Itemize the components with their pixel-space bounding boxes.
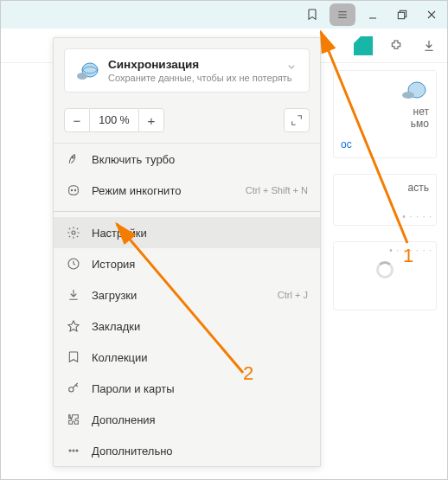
sync-card[interactable]: Синхронизация Сохраните данные, чтобы их… [64,48,310,93]
close-icon[interactable] [419,3,444,27]
menu-passwords[interactable]: Пароли и карты [54,373,320,404]
shortcut-label: Ctrl + Shift + N [246,185,308,195]
hamburger-menu-icon[interactable] [330,3,355,26]
annotation-number-1: 1 [403,245,413,267]
collections-icon [66,349,81,365]
menu-turbo[interactable]: Включить турбо [54,144,320,175]
key-icon [66,381,81,396]
annotation-number-2: 2 [243,362,253,385]
app-tile-icon[interactable] [354,36,373,55]
svg-point-14 [74,189,75,190]
incognito-icon [66,182,81,198]
sync-title: Синхронизация [108,58,291,71]
titlebar [1,1,447,29]
bg-text-3: асть [341,182,429,194]
menu-bookmarks[interactable]: Закладки [54,310,320,342]
history-icon [66,256,81,272]
gear-icon [66,225,81,240]
svg-point-18 [69,387,74,392]
svg-point-19 [69,450,71,451]
svg-point-12 [72,157,74,158]
sync-globe-icon [75,60,99,82]
minimize-icon[interactable] [361,3,385,27]
menu-label: Закладки [92,320,140,333]
svg-point-9 [402,92,414,99]
shortcut-label: Ctrl + J [278,290,308,300]
main-menu: Синхронизация Сохраните данные, чтобы их… [53,37,321,467]
bg-text-1: нет [341,106,429,118]
svg-point-21 [76,450,78,451]
svg-point-15 [72,231,75,234]
menu-label: Дополнительно [92,445,173,458]
menu-incognito[interactable]: Режим инкогнито Ctrl + Shift + N [54,175,320,206]
zoom-controls: − 100 % + [54,103,320,143]
menu-settings[interactable]: Настройки [54,217,320,248]
svg-point-13 [71,189,72,190]
bg-card-3: • · · · · · · [333,241,437,310]
menu-collections[interactable]: Коллекции [54,342,320,373]
extensions-icon[interactable] [387,36,406,55]
puzzle-icon [66,412,81,427]
background-content: нет ьмо ос асть • · · · · • · · · · · · [333,70,437,326]
svg-marker-17 [68,321,79,331]
rocket-icon [66,151,81,167]
more-icon [66,443,81,458]
menu-downloads[interactable]: Загрузки Ctrl + J [54,279,320,310]
bg-card-1: нет ьмо ос [333,70,437,158]
menu-label: Включить турбо [92,153,175,166]
browser-window: нет ьмо ос асть • · · · · • · · · · · · … [0,0,448,480]
menu-label: Режим инкогнито [92,184,181,197]
zoom-out-button[interactable]: − [64,108,90,132]
loading-spinner-icon [376,261,394,278]
downloads-toolbar-icon[interactable] [419,36,438,55]
bg-card-2: асть • · · · · [333,174,437,226]
svg-rect-5 [398,12,404,18]
svg-point-11 [77,73,87,80]
fullscreen-button[interactable] [284,108,310,132]
star-icon [66,318,81,334]
zoom-value: 100 % [90,108,138,132]
svg-point-20 [73,450,74,451]
download-icon [66,287,81,303]
menu-label: Настройки [92,227,147,240]
menu-label: Загрузки [92,289,137,302]
menu-label: Пароли и карты [92,382,175,395]
bg-link-1[interactable]: ос [341,138,352,150]
menu-addons[interactable]: Дополнения [54,404,320,435]
pagination-dots: • · · · · [402,212,432,221]
menu-label: История [92,258,135,271]
menu-label: Дополнения [92,413,156,426]
menu-more[interactable]: Дополнительно [54,435,320,466]
bg-text-2: ьмо [341,118,429,130]
bookmark-icon[interactable] [300,3,324,27]
zoom-in-button[interactable]: + [138,108,164,132]
separator [54,211,320,212]
restore-icon[interactable] [390,3,414,27]
sync-subtitle: Сохраните данные, чтобы их не потерять [108,73,291,83]
menu-label: Коллекции [92,351,148,364]
chevron-down-icon [285,60,298,76]
menu-history[interactable]: История [54,248,320,279]
